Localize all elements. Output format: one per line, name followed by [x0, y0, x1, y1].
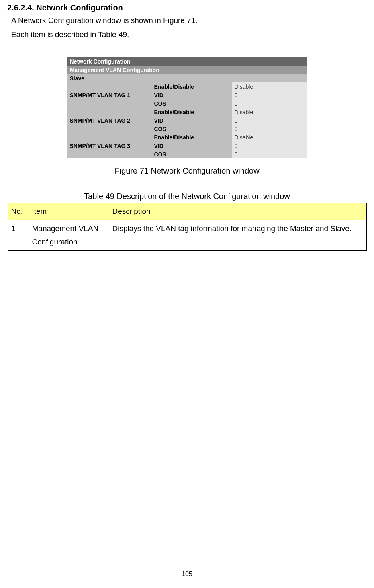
tag-2-row-1-value: 0 [232, 116, 307, 125]
description-table: No. Item Description 1 Management VLAN C… [8, 203, 367, 251]
tag-1-row-2-label: COS [152, 99, 232, 108]
tag-2-row-1-label: VID [152, 116, 232, 125]
tag-1-name: SNMP/MT VLAN TAG 1 [67, 82, 152, 108]
desc-row-0-desc: Displays the VLAN tag information for ma… [109, 220, 366, 251]
tag-2-row-0-label: Enable/Disable [152, 108, 232, 116]
tag-1-row-0-value: Disable [232, 82, 307, 91]
tag-1-row-1-label: VID [152, 91, 232, 99]
tag-2-row-0-value: Disable [232, 108, 307, 116]
desc-row-0-no: 1 [8, 220, 29, 251]
config-subtitle: Management VLAN Configuration [67, 66, 307, 74]
config-slave-header: Slave [67, 74, 307, 82]
tag-3-row-0-value: Disable [232, 133, 307, 141]
paragraph-1: A Network Configuration window is shown … [7, 15, 367, 27]
desc-header-desc: Description [109, 203, 366, 220]
paragraph-2: Each item is described in Table 49. [7, 29, 367, 41]
network-config-table: Network Configuration Management VLAN Co… [67, 57, 307, 158]
tag-1-row-2-value: 0 [232, 99, 307, 108]
tag-3-name: SNMP/MT VLAN TAG 3 [67, 133, 152, 158]
desc-row-0-item: Management VLAN Configuration [29, 220, 109, 251]
tag-3-row-0-label: Enable/Disable [152, 133, 232, 141]
tag-3-row-1-value: 0 [232, 141, 307, 150]
tag-3-row-2-label: COS [152, 150, 232, 158]
tag-3-row-1-label: VID [152, 141, 232, 150]
tag-3-row-2-value: 0 [232, 150, 307, 158]
table-row: 1 Management VLAN Configuration Displays… [8, 220, 366, 251]
tag-2-row-2-value: 0 [232, 125, 307, 133]
page-number: 105 [0, 570, 374, 578]
table-caption: Table 49 Description of the Network Conf… [7, 192, 367, 201]
figure-container: Network Configuration Management VLAN Co… [7, 57, 367, 158]
desc-header-no: No. [8, 203, 29, 220]
desc-header-item: Item [29, 203, 109, 220]
tag-1-row-1-value: 0 [232, 91, 307, 99]
tag-1-row-0-label: Enable/Disable [152, 82, 232, 91]
tag-2-row-2-label: COS [152, 125, 232, 133]
figure-caption: Figure 71 Network Configuration window [7, 166, 367, 176]
config-title: Network Configuration [67, 57, 307, 66]
tag-2-name: SNMP/MT VLAN TAG 2 [67, 108, 152, 133]
section-heading: 2.6.2.4. Network Configuration [7, 3, 367, 12]
